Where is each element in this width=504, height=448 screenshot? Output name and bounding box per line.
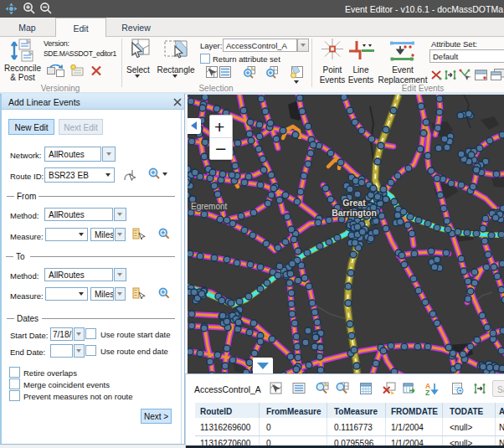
svg-text:Egremont: Egremont: [191, 202, 228, 211]
svg-text:Barrington: Barrington: [332, 208, 377, 218]
svg-text:Z: Z: [425, 389, 429, 396]
svg-text:Great: Great: [342, 198, 366, 208]
